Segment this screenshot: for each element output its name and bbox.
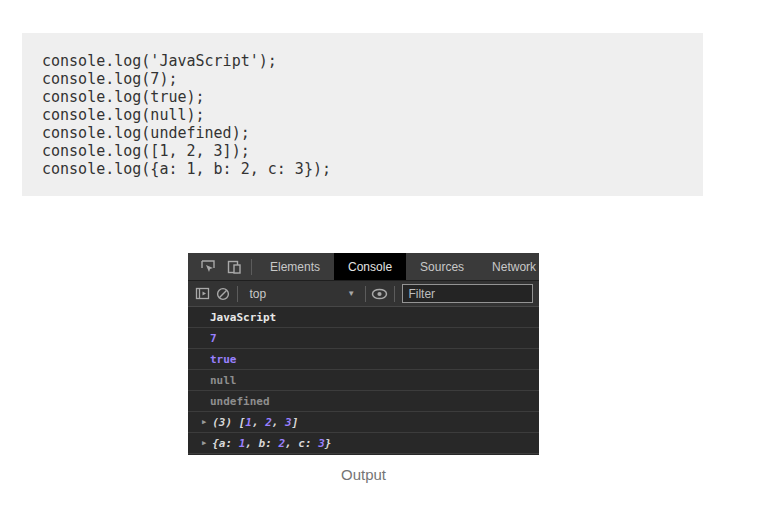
- tabbar-icon-group: [188, 253, 256, 280]
- tabbar-divider: [251, 259, 252, 275]
- tab-console[interactable]: Console: [334, 253, 406, 280]
- log-value-plain: ]: [292, 416, 299, 429]
- code-line: console.log([1, 2, 3]);: [42, 142, 703, 160]
- code-line: console.log(null);: [42, 106, 703, 124]
- chevron-down-icon: ▼: [347, 289, 355, 298]
- log-value-number: 2: [265, 416, 272, 429]
- console-log-row: ▶{a: 1, b: 2, c: 3}: [188, 433, 539, 454]
- log-value-plain: ,: [252, 416, 265, 429]
- log-value-plain: }: [325, 437, 332, 450]
- tab-sources[interactable]: Sources: [406, 253, 478, 280]
- log-value-plain: , b:: [245, 437, 278, 450]
- log-value-number: 7: [210, 332, 217, 345]
- console-log-row: true: [188, 349, 539, 370]
- code-snippet-block: console.log('JavaScript');console.log(7)…: [22, 33, 703, 196]
- log-value-number: 2: [278, 437, 285, 450]
- log-value-number: 3: [318, 437, 325, 450]
- console-log-row: undefined: [188, 391, 539, 412]
- console-drawer-icon[interactable]: [193, 281, 213, 306]
- console-log-row: 7: [188, 328, 539, 349]
- log-value-number: true: [210, 353, 237, 366]
- live-expression-eye-icon[interactable]: [370, 281, 390, 306]
- output-caption: Output: [188, 466, 539, 483]
- expand-triangle-icon[interactable]: ▶: [202, 418, 206, 426]
- console-output-rows: JavaScript7truenullundefined▶(3) [1, 2, …: [188, 307, 539, 455]
- code-line: console.log({a: 1, b: 2, c: 3});: [42, 160, 703, 178]
- devtools-tabbar: ElementsConsoleSourcesNetwork: [188, 253, 539, 281]
- log-value-plain: {a:: [212, 437, 239, 450]
- log-value-number: 1: [239, 437, 246, 450]
- console-log-row: ▶(3) [1, 2, 3]: [188, 412, 539, 433]
- context-selector-label: top: [250, 287, 267, 301]
- toolbar-divider-2: [365, 286, 366, 302]
- code-line: console.log(7);: [42, 70, 703, 88]
- log-value-number: 3: [285, 416, 292, 429]
- log-value-number: 1: [245, 416, 252, 429]
- code-line: console.log('JavaScript');: [42, 52, 703, 70]
- code-line: console.log(undefined);: [42, 124, 703, 142]
- log-value-muted: undefined: [210, 395, 270, 408]
- context-selector-dropdown[interactable]: top ▼: [242, 281, 362, 306]
- console-toolbar: top ▼: [188, 281, 539, 307]
- inspect-element-icon[interactable]: [195, 253, 221, 280]
- log-value-muted: null: [210, 374, 237, 387]
- devtools-panel: ElementsConsoleSourcesNetwork top ▼: [188, 253, 539, 455]
- clear-console-icon[interactable]: [213, 281, 233, 306]
- code-lines: console.log('JavaScript');console.log(7)…: [42, 52, 703, 178]
- toolbar-divider-3: [394, 286, 395, 302]
- console-log-row: null: [188, 370, 539, 391]
- log-value-plain: , c:: [285, 437, 318, 450]
- tab-network[interactable]: Network: [478, 253, 550, 280]
- filter-input[interactable]: [402, 284, 533, 303]
- devtools-tabs: ElementsConsoleSourcesNetwork: [256, 253, 550, 280]
- log-value-plain: (3) [: [212, 416, 245, 429]
- console-log-row: JavaScript: [188, 307, 539, 328]
- toolbar-divider: [237, 286, 238, 302]
- device-toolbar-icon[interactable]: [221, 253, 247, 280]
- tab-elements[interactable]: Elements: [256, 253, 334, 280]
- log-value-string: JavaScript: [210, 311, 276, 324]
- code-line: console.log(true);: [42, 88, 703, 106]
- expand-triangle-icon[interactable]: ▶: [202, 439, 206, 447]
- log-value-plain: ,: [272, 416, 285, 429]
